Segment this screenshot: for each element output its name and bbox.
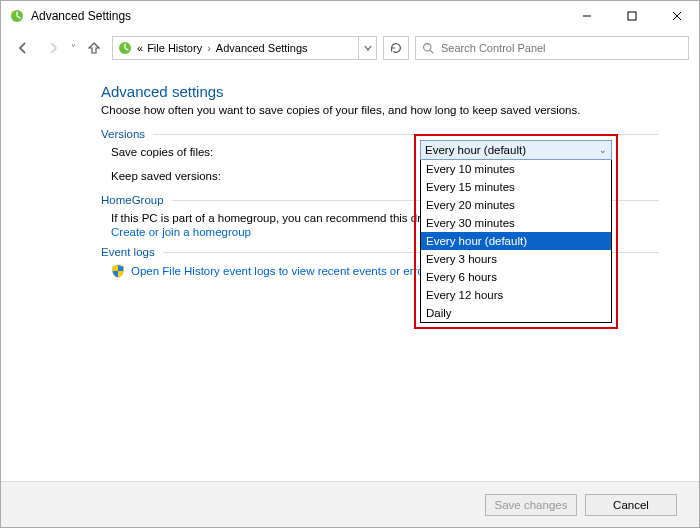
keep-versions-label: Keep saved versions: <box>111 170 411 182</box>
shield-icon <box>111 264 125 278</box>
cancel-button[interactable]: Cancel <box>585 494 677 516</box>
chevron-down-icon: ⌄ <box>599 145 607 155</box>
group-label-homegroup: HomeGroup <box>101 194 164 206</box>
forward-button[interactable] <box>41 36 65 60</box>
svg-point-6 <box>424 43 431 50</box>
back-button[interactable] <box>11 36 35 60</box>
dropdown-option[interactable]: Every 20 minutes <box>421 196 611 214</box>
svg-rect-2 <box>628 12 636 20</box>
dropdown-options: Every 10 minutesEvery 15 minutesEvery 20… <box>420 160 612 323</box>
dropdown-option[interactable]: Every 15 minutes <box>421 178 611 196</box>
dropdown-option[interactable]: Every 3 hours <box>421 250 611 268</box>
close-button[interactable] <box>654 1 699 31</box>
recent-locations-button[interactable]: ˅ <box>71 43 76 54</box>
svg-line-7 <box>430 50 433 53</box>
dropdown-option[interactable]: Every hour (default) <box>421 232 611 250</box>
footer: Save changes Cancel <box>1 481 699 527</box>
search-icon <box>422 42 435 55</box>
app-icon <box>9 8 25 24</box>
nav-row: ˅ « File History › Advanced Settings Sea… <box>1 31 699 65</box>
maximize-button[interactable] <box>609 1 654 31</box>
event-logs-link[interactable]: Open File History event logs to view rec… <box>131 265 433 277</box>
search-input[interactable]: Search Control Panel <box>415 36 689 60</box>
dropdown-selected-value: Every hour (default) <box>425 144 526 156</box>
window-controls <box>564 1 699 31</box>
dropdown-option[interactable]: Every 30 minutes <box>421 214 611 232</box>
page-description: Choose how often you want to save copies… <box>101 104 659 116</box>
breadcrumb-prefix: « <box>137 42 143 54</box>
breadcrumb-item[interactable]: File History <box>147 42 202 54</box>
save-copies-dropdown[interactable]: Every hour (default) ⌄ <box>420 140 612 160</box>
page-title: Advanced settings <box>101 83 659 100</box>
refresh-button[interactable] <box>383 36 409 60</box>
save-copies-dropdown-highlight: Every hour (default) ⌄ Every 10 minutesE… <box>414 134 618 329</box>
breadcrumb-item[interactable]: Advanced Settings <box>216 42 308 54</box>
window-title: Advanced Settings <box>31 9 131 23</box>
dropdown-option[interactable]: Every 10 minutes <box>421 160 611 178</box>
search-placeholder: Search Control Panel <box>441 42 546 54</box>
group-label-versions: Versions <box>101 128 145 140</box>
address-bar[interactable]: « File History › Advanced Settings <box>112 36 377 60</box>
title-bar: Advanced Settings <box>1 1 699 31</box>
address-dropdown-button[interactable] <box>358 37 376 59</box>
dropdown-option[interactable]: Daily <box>421 304 611 322</box>
chevron-right-icon: › <box>206 42 212 54</box>
save-copies-label: Save copies of files: <box>111 146 411 158</box>
save-changes-button[interactable]: Save changes <box>485 494 577 516</box>
dropdown-option[interactable]: Every 12 hours <box>421 286 611 304</box>
dropdown-option[interactable]: Every 6 hours <box>421 268 611 286</box>
up-button[interactable] <box>82 36 106 60</box>
minimize-button[interactable] <box>564 1 609 31</box>
group-label-eventlogs: Event logs <box>101 246 155 258</box>
location-icon <box>117 40 133 56</box>
